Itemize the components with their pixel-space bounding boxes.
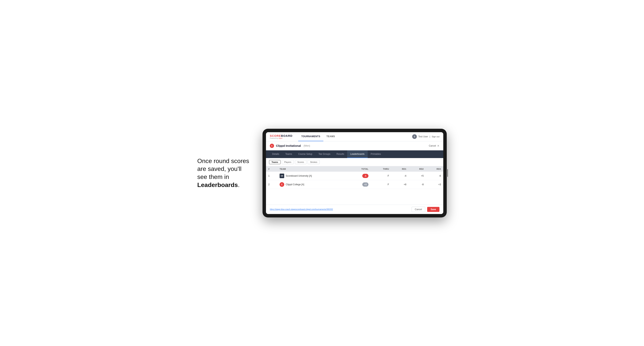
rd1-1: -4 (391, 172, 408, 180)
tab-details[interactable]: Details (269, 150, 282, 158)
col-team: TEAM (277, 166, 348, 172)
score-badge-2: +3 (362, 182, 368, 186)
tablet-device: SCOREBOARD Powered by clippd TOURNAMENTS… (262, 129, 447, 217)
rd3-1: -6 (426, 172, 443, 180)
thru-1: F (371, 172, 391, 180)
user-name: Test User (418, 135, 428, 138)
cancel-label: Cancel (429, 145, 436, 147)
leaderboard-table: # TEAM TOTAL THRU RD1 RD2 RD3 1 (266, 166, 443, 189)
logo-brand: clippd (278, 137, 282, 139)
tab-course-setup[interactable]: Course Setup (295, 150, 315, 158)
total-2: +3 (348, 180, 371, 189)
tab-teams[interactable]: Teams (282, 150, 295, 158)
tab-printables[interactable]: Printables (368, 150, 384, 158)
table-row: 2 C Clippd College [A] +3 F (266, 180, 443, 189)
tab-results[interactable]: Results (333, 150, 347, 158)
tournament-header: C Clippd Invitational (Men) Cancel ✕ (266, 141, 443, 150)
leaderboard-container: # TEAM TOTAL THRU RD1 RD2 RD3 1 (266, 166, 443, 205)
table-header-row: # TEAM TOTAL THRU RD1 RD2 RD3 (266, 166, 443, 172)
sign-out-link[interactable]: Sign out (432, 136, 440, 138)
filter-scores[interactable]: Scores (295, 160, 306, 164)
col-rd2: RD2 (409, 166, 426, 172)
user-avatar: S (412, 134, 417, 139)
filter-teams[interactable]: Teams (269, 160, 280, 164)
team-name-1: SB Scoreboard University [A] (277, 172, 348, 180)
rank-2: 2 (266, 180, 277, 189)
leaderboards-bold: Leaderboards (197, 181, 238, 188)
thru-2: F (371, 180, 391, 189)
scroll-indicator (447, 169, 448, 177)
tournament-title: Clippd Invitational (276, 144, 301, 147)
separator: | (430, 135, 430, 138)
tournament-logo: C (270, 144, 274, 148)
logo-board: BOARD (281, 134, 292, 137)
rd1-2: +8 (391, 180, 408, 189)
cancel-button[interactable]: Cancel (412, 207, 425, 212)
tab-tee-groups[interactable]: Tee Groups (315, 150, 333, 158)
footer-url: https://stage-blue-coach.stagescoreboard… (270, 208, 333, 210)
logo-score: SCORE (270, 134, 281, 137)
team-name-2: C Clippd College [A] (277, 180, 348, 189)
rd2-2: -8 (409, 180, 426, 189)
page-wrapper: Once round scores are saved, you'll see … (197, 129, 447, 217)
tab-leaderboards[interactable]: Leaderboards (347, 150, 368, 158)
header-right: S Test User | Sign out (412, 134, 440, 139)
app-header: SCOREBOARD Powered by clippd TOURNAMENTS… (266, 132, 443, 141)
close-icon[interactable]: ✕ (437, 144, 440, 147)
app-footer: https://stage-blue-coach.stagescoreboard… (266, 205, 443, 214)
logo-subtitle: Powered by clippd (270, 137, 292, 139)
logo-title: SCOREBOARD (270, 134, 292, 137)
total-1: -5 (348, 172, 371, 180)
col-rd1: RD1 (391, 166, 408, 172)
filter-players[interactable]: Players (282, 160, 294, 164)
nav-tournaments[interactable]: TOURNAMENTS (298, 132, 323, 141)
tournament-gender: (Men) (304, 144, 310, 147)
header-nav: TOURNAMENTS TEAMS (298, 132, 412, 141)
footer-actions: Cancel Save (412, 207, 440, 212)
rd3-2: +3 (426, 180, 443, 189)
rank-1: 1 (266, 172, 277, 180)
team-icon-c: C (280, 182, 284, 187)
save-button[interactable]: Save (427, 207, 440, 212)
table-row: 1 SB Scoreboard University [A] -5 F (266, 172, 443, 180)
logo-area: SCOREBOARD Powered by clippd (270, 134, 292, 139)
col-rank: # (266, 166, 277, 172)
rd2-1: +5 (409, 172, 426, 180)
col-thru: THRU (371, 166, 391, 172)
sidebar-text: Once round scores are saved, you'll see … (197, 157, 251, 189)
sub-nav: Details Teams Course Setup Tee Groups Re… (266, 150, 443, 158)
filter-bar: Teams Players Scores Strokes (266, 158, 443, 166)
score-badge-1: -5 (362, 174, 368, 178)
tournament-title-area: C Clippd Invitational (Men) (270, 144, 310, 148)
col-total: TOTAL (348, 166, 371, 172)
tournament-cancel[interactable]: Cancel ✕ (429, 144, 440, 147)
nav-teams[interactable]: TEAMS (323, 132, 338, 141)
filter-strokes[interactable]: Strokes (308, 160, 320, 164)
team-icon-sb: SB (280, 173, 284, 178)
col-rd3: RD3 (426, 166, 443, 172)
tablet-screen: SCOREBOARD Powered by clippd TOURNAMENTS… (266, 132, 443, 214)
